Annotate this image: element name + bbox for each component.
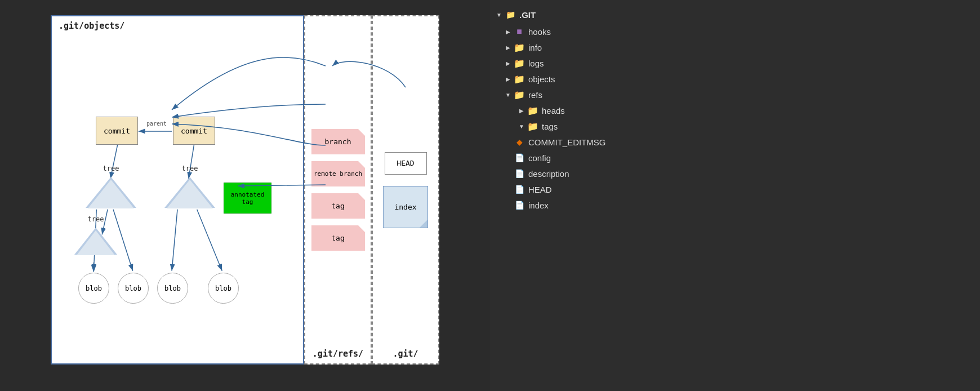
tree-item-info[interactable]: 📁 info: [490, 39, 980, 55]
hooks-folder-icon: ■: [514, 26, 525, 37]
head-file-leaf: [504, 185, 513, 194]
index-box: index: [383, 186, 428, 228]
diagram-container: .git/objects/: [51, 15, 439, 376]
tree-item-commit-editmsg[interactable]: ◆ COMMIT_EDITMSG: [490, 134, 980, 150]
tree2-triangle: tree: [164, 177, 215, 208]
tree1-triangle: tree: [86, 177, 136, 208]
svg-line-3: [110, 144, 118, 179]
tree-root: 📁 .GIT: [490, 6, 980, 24]
git-panel-label: .git/: [393, 349, 418, 359]
objects-panel: .git/objects/: [51, 15, 304, 365]
blob3-circle: blob: [157, 273, 188, 304]
index-file-icon: 📄: [514, 199, 525, 211]
info-arrow-icon: [504, 43, 513, 52]
refs-folder-icon: 📁: [514, 89, 525, 100]
tags-folder-icon: 📁: [527, 121, 538, 132]
refs-arrow-icon: [504, 90, 513, 99]
svg-line-9: [172, 210, 177, 271]
blob2-circle: blob: [118, 273, 149, 304]
tree-item-head-file[interactable]: 📄 HEAD: [490, 181, 980, 197]
tree-item-index-file[interactable]: 📄 index: [490, 197, 980, 213]
logs-arrow-icon: [504, 59, 513, 68]
head-box: HEAD: [385, 152, 427, 175]
heads-arrow-icon: [517, 106, 526, 115]
refs-panel-label: .git/refs/: [313, 349, 363, 359]
config-icon: 📄: [514, 152, 525, 163]
commit-editmsg-icon: ◆: [514, 136, 525, 148]
annotated-tag-box: annotated tag: [224, 183, 271, 214]
blob4-circle: blob: [208, 273, 239, 304]
tree1-wrap: tree: [86, 177, 136, 208]
tree-item-refs[interactable]: 📁 refs: [490, 87, 980, 103]
tree-item-heads[interactable]: 📁 heads: [490, 103, 980, 118]
svg-line-4: [189, 144, 194, 179]
heads-folder-icon: 📁: [527, 105, 538, 116]
remote-branch-box: remote branch: [311, 161, 365, 186]
tree2-wrap: tree: [164, 177, 215, 208]
branch-box: branch: [311, 129, 365, 154]
tree-item-logs[interactable]: 📁 logs: [490, 55, 980, 71]
tree-item-objects[interactable]: 📁 objects: [490, 71, 980, 87]
root-arrow: [495, 10, 504, 19]
objects-arrow-icon: [504, 74, 513, 83]
filetree-area: 📁 .GIT ■ hooks 📁 info 📁 logs 📁 objects 📁…: [490, 0, 980, 391]
tree-item-description[interactable]: 📄 description: [490, 166, 980, 181]
logs-folder-icon: 📁: [514, 57, 525, 69]
root-icon: 📁: [505, 9, 516, 20]
tree-item-tags[interactable]: 📁 tags: [490, 118, 980, 134]
tree3-wrap: tree: [74, 228, 117, 255]
tree3-triangle: tree: [74, 228, 117, 255]
git-panel: HEAD index .git/: [372, 15, 439, 365]
description-leaf: [504, 169, 513, 178]
diagram-area: .git/objects/: [0, 0, 490, 391]
index-file-leaf: [504, 201, 513, 210]
config-leaf: [504, 153, 513, 162]
svg-line-10: [197, 210, 222, 271]
objects-panel-label: .git/objects/: [59, 21, 124, 31]
commit-editmsg-leaf: [504, 137, 513, 146]
tree-item-hooks[interactable]: ■ hooks: [490, 24, 980, 39]
commit2-box: commit: [173, 117, 215, 145]
tags-arrow-icon: [517, 122, 526, 131]
head-file-icon: 📄: [514, 184, 525, 195]
tag2-box: tag: [311, 225, 365, 251]
parent-label: parent: [146, 121, 167, 127]
blob1-circle: blob: [78, 273, 109, 304]
tag1-box: tag: [311, 193, 365, 219]
description-icon: 📄: [514, 168, 525, 179]
hooks-arrow-icon: [504, 27, 513, 36]
objects-folder-icon: 📁: [514, 73, 525, 85]
info-folder-icon: 📁: [514, 42, 525, 53]
refs-panel: branch remote branch tag tag .git/refs/: [304, 15, 372, 365]
commit1-box: commit: [96, 117, 138, 145]
tree-item-config[interactable]: 📄 config: [490, 150, 980, 166]
